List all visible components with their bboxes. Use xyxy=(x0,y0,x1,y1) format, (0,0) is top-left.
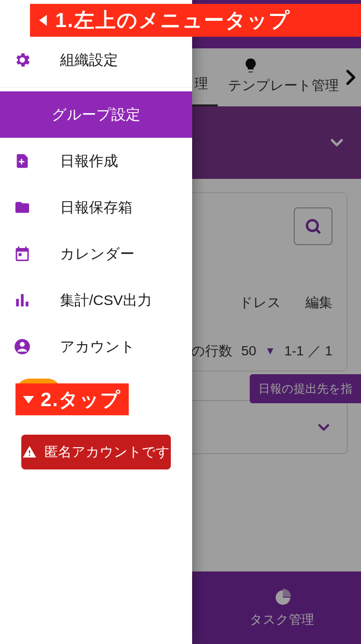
gear-icon xyxy=(12,51,33,69)
drawer-label: 日報作成 xyxy=(60,151,118,171)
triangle-down-icon xyxy=(20,391,37,408)
drawer-label: カレンダー xyxy=(60,244,135,264)
drawer-label: 集計/CSV出力 xyxy=(60,291,152,310)
drawer-label: グループ設定 xyxy=(52,105,140,125)
file-plus-icon xyxy=(12,151,33,171)
drawer-item-create-report[interactable]: 日報作成 xyxy=(0,138,192,184)
drawer-label: 組織設定 xyxy=(60,50,118,70)
bar-chart-icon xyxy=(12,292,33,308)
drawer-label: 日報保存箱 xyxy=(60,198,133,218)
warning-label: 匿名アカウントです xyxy=(45,443,170,461)
callout-step-2: 2.タップ xyxy=(15,383,129,415)
callout-step-1: 1.左上のメニュータップ xyxy=(30,4,361,37)
triangle-left-icon xyxy=(36,11,52,30)
anon-account-warning[interactable]: 匿名アカウントです xyxy=(21,435,171,469)
nav-drawer: 組織設定 グループ設定 日報作成 日報保存箱 カレンダー 集計/CSV出力 アカ… xyxy=(0,0,192,644)
drawer-label: アカウント xyxy=(60,337,135,357)
drawer-item-report-box[interactable]: 日報保存箱 xyxy=(0,184,192,231)
callout-label: 2.タップ xyxy=(41,386,121,413)
drawer-item-calendar[interactable]: カレンダー xyxy=(0,231,192,277)
drawer-item-group-settings[interactable]: グループ設定 xyxy=(0,91,192,138)
svg-rect-3 xyxy=(21,294,24,307)
callout-label: 1.左上のメニュータップ xyxy=(55,7,290,34)
svg-point-6 xyxy=(20,342,25,347)
drawer-item-org-settings[interactable]: 組織設定 xyxy=(0,37,192,83)
svg-rect-2 xyxy=(16,299,19,307)
svg-rect-4 xyxy=(26,302,29,307)
person-icon xyxy=(12,337,33,356)
drawer-item-csv[interactable]: 集計/CSV出力 xyxy=(0,277,192,323)
divider xyxy=(0,87,192,88)
folder-icon xyxy=(12,199,33,216)
calendar-icon xyxy=(12,245,33,263)
drawer-item-account[interactable]: アカウント xyxy=(0,323,192,370)
warning-icon xyxy=(22,445,37,459)
